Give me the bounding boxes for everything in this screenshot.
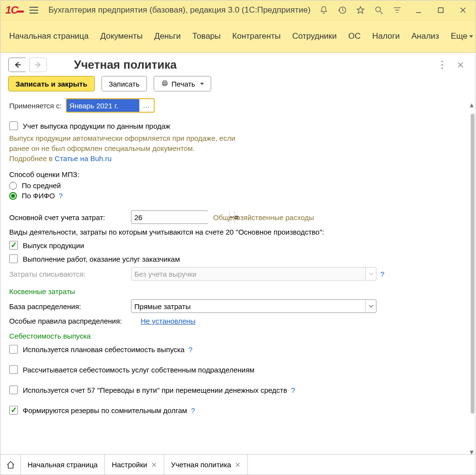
content-area: Применяется с: ... Учет выпуска продукци… — [0, 98, 476, 454]
costs-writeoff-combo — [131, 267, 376, 281]
menu-more[interactable]: Еще — [451, 31, 474, 41]
radio-mpz-average[interactable] — [9, 182, 17, 190]
svg-rect-10 — [438, 8, 443, 13]
menu-employees[interactable]: Сотрудники — [292, 31, 337, 41]
help-writeoff-icon[interactable]: ? — [380, 270, 384, 278]
chk-internal-services[interactable] — [9, 365, 18, 374]
print-button-label: Печать — [172, 80, 195, 88]
history-icon[interactable] — [333, 2, 351, 18]
menu-assets[interactable]: ОС — [348, 31, 361, 41]
help-reserves-icon[interactable]: ? — [191, 406, 195, 415]
svg-point-13 — [441, 60, 443, 62]
buh-article-link[interactable]: Статье на Buh.ru — [55, 154, 112, 163]
radio-mpz-fifo[interactable] — [9, 192, 17, 200]
write-and-close-button[interactable]: Записать и закрыть — [8, 76, 95, 91]
page-title: Учетная политика — [74, 58, 177, 72]
window-close[interactable] — [453, 2, 473, 18]
dist-base-label: База распределения: — [9, 302, 131, 311]
filter-icon[interactable] — [389, 2, 406, 18]
help-plan-cost-icon[interactable]: ? — [188, 345, 192, 354]
costs-writeoff-input — [131, 268, 365, 280]
applies-from-input[interactable] — [67, 99, 139, 112]
svg-point-14 — [441, 64, 443, 65]
special-rules-label: Особые правила распределения: — [9, 317, 141, 325]
tab-settings-close-icon[interactable]: ✕ — [151, 461, 157, 469]
window-minimize[interactable] — [409, 2, 428, 18]
search-icon[interactable] — [370, 2, 388, 18]
cost-of-output-section: Себестоимость выпуска — [9, 332, 462, 340]
dist-base-input[interactable] — [131, 300, 365, 312]
help-account57-icon[interactable]: ? — [291, 386, 295, 394]
menu-taxes[interactable]: Налоги — [372, 31, 400, 41]
chk-services[interactable] — [9, 254, 18, 263]
menubar: Начальная страница Документы Деньги Това… — [0, 20, 476, 53]
app-title: Бухгалтерия предприятия (базовая), редак… — [48, 5, 312, 15]
chk-plan-cost[interactable] — [9, 345, 18, 354]
radio-mpz-average-label: По средней — [22, 181, 61, 190]
applies-from-picker-button[interactable]: ... — [139, 99, 154, 112]
tab-settings[interactable]: Настройки ✕ — [105, 455, 164, 475]
app-logo: 1C▬ — [5, 4, 23, 16]
menu-analysis[interactable]: Анализ — [411, 31, 439, 41]
chk-reserves-label: Формируются резервы по сомнительным долг… — [23, 406, 187, 415]
mpz-method-label: Способ оценки МПЗ: — [9, 170, 462, 178]
chk-plan-cost-label: Используется плановая себестоимость выпу… — [23, 345, 185, 354]
page-header: Учетная политика — [0, 53, 476, 76]
write-button[interactable]: Записать — [101, 76, 147, 91]
output-hint: Выпуск продукции автоматически оформляет… — [9, 133, 462, 163]
dist-base-dropdown-icon[interactable] — [365, 300, 376, 312]
chk-account57-label: Используется счет 57 "Переводы в пути" п… — [23, 386, 287, 394]
scroll-down-icon[interactable]: ▾ — [470, 447, 475, 452]
special-rules-link[interactable]: Не установлены — [141, 317, 196, 325]
notifications-icon[interactable] — [315, 2, 332, 18]
applies-from-label: Применяется с: — [9, 102, 62, 110]
more-actions-icon[interactable] — [435, 58, 449, 72]
menu-documents[interactable]: Документы — [101, 31, 143, 41]
tab-accounting-policy-close-icon[interactable]: ✕ — [235, 461, 241, 469]
tab-start-page[interactable]: Начальная страница — [21, 455, 105, 475]
tab-settings-label: Настройки — [112, 460, 147, 469]
svg-line-5 — [380, 12, 383, 14]
chk-output-by-sales-label: Учет выпуска продукции по данным продаж — [23, 122, 170, 130]
main-cost-account-label: Основной счет учета затрат: — [9, 213, 131, 222]
chk-production-label: Выпуск продукции — [23, 241, 84, 250]
tab-accounting-policy[interactable]: Учетная политика ✕ — [164, 455, 248, 475]
radio-mpz-fifo-label: По ФИФО — [22, 192, 55, 200]
activities-label: Виды деятельности, затраты по которым уч… — [9, 228, 462, 236]
help-fifo-icon[interactable]: ? — [59, 192, 63, 200]
menu-hamburger-icon[interactable] — [26, 2, 42, 18]
menu-start[interactable]: Начальная страница — [9, 31, 89, 41]
nav-back-button[interactable] — [8, 58, 26, 72]
costs-writeoff-dropdown-icon — [365, 267, 376, 280]
chk-services-label: Выполнение работ, оказание услуг заказчи… — [23, 255, 180, 263]
menu-money[interactable]: Деньги — [154, 31, 181, 41]
main-cost-account-combo: ⧉ — [131, 210, 208, 224]
chk-output-by-sales[interactable] — [9, 121, 18, 130]
scrollbar-thumb[interactable] — [471, 114, 475, 414]
chk-reserves[interactable] — [9, 406, 18, 415]
nav-forward-button[interactable] — [29, 58, 47, 72]
chk-production[interactable] — [9, 241, 18, 250]
window-maximize[interactable] — [431, 2, 450, 18]
svg-point-15 — [441, 67, 443, 69]
bottom-tabs: Начальная страница Настройки ✕ Учетная п… — [0, 454, 476, 475]
home-tab-icon[interactable] — [0, 455, 21, 475]
close-page-icon[interactable] — [453, 58, 468, 72]
titlebar: 1C▬ Бухгалтерия предприятия (базовая), р… — [0, 0, 476, 20]
costs-writeoff-label: Затраты списываются: — [9, 270, 131, 278]
main-cost-account-hint: Общехозяйственные расходы — [213, 213, 314, 222]
tab-start-page-label: Начальная страница — [28, 460, 98, 469]
svg-rect-19 — [163, 81, 166, 82]
toolbar: Записать и закрыть Записать Печать — [0, 76, 476, 98]
menu-goods[interactable]: Товары — [192, 31, 220, 41]
menu-contractors[interactable]: Контрагенты — [232, 31, 281, 41]
chk-internal-services-label: Рассчитывается себестоимость услуг собст… — [23, 366, 255, 374]
favorites-icon[interactable] — [352, 2, 369, 18]
svg-point-4 — [375, 7, 380, 12]
indirect-costs-section: Косвенные затраты — [9, 287, 462, 296]
printer-icon — [161, 79, 169, 89]
print-button[interactable]: Печать — [154, 76, 211, 91]
scroll-up-icon[interactable]: ▴ — [470, 100, 475, 105]
tab-accounting-policy-label: Учетная политика — [171, 460, 231, 469]
chk-account57[interactable] — [9, 386, 18, 394]
